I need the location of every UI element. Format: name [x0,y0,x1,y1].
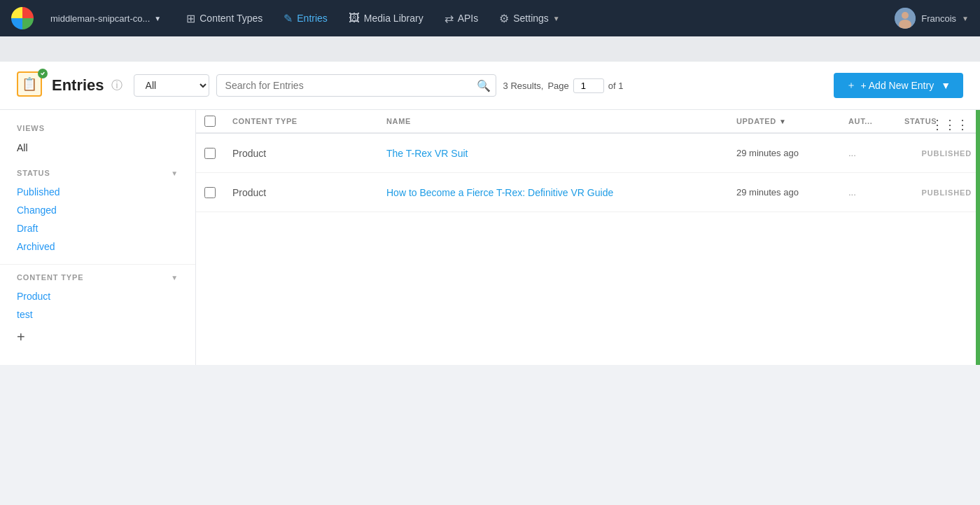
status-bar [976,110,980,365]
td-checkbox-2 [196,179,224,207]
nav-right: Francois ▼ [895,8,969,29]
th-name: NAME [378,117,728,125]
entries-icon-badge [38,69,48,78]
td-author-1: ... [840,139,896,167]
table-row: Product How to Become a Fierce T-Rex: De… [196,173,980,212]
settings-icon: ⚙ [499,12,509,25]
sidebar-item-test[interactable]: test [0,305,195,324]
sidebar-add-button[interactable]: + [0,324,195,351]
sidebar-item-published[interactable]: Published [0,183,195,201]
search-button[interactable]: 🔍 [477,79,491,92]
entries-page-icon: 📋 [17,71,45,99]
sidebar-item-changed[interactable]: Changed [0,201,195,219]
td-content-type-1: Product [224,139,378,167]
td-updated-1: 29 minutes ago [728,139,840,167]
project-selector[interactable]: middleman-snipcart-co... ▼ [50,13,161,24]
th-checkbox [196,116,224,127]
page-layout: VIEWS All STATUS ▼ Published Changed Dra… [0,110,980,365]
td-status-2: PUBLISHED [896,188,980,197]
sidebar-item-all[interactable]: All [0,138,195,158]
results-count: 3 Results, [503,81,544,91]
page-number-input[interactable] [573,78,604,93]
header-title-area: 📋 Entries ⓘ [17,71,122,99]
sidebar-item-draft[interactable]: Draft [0,219,195,237]
project-dropdown-chevron: ▼ [154,15,161,22]
svg-point-1 [902,12,909,19]
th-content-type: CONTENT TYPE [224,117,378,125]
nav-item-apis-label: APIs [458,13,479,24]
th-author: AUT... [840,117,896,125]
row-1-checkbox[interactable] [204,148,216,159]
status-collapse-icon[interactable]: ▼ [171,170,178,177]
content-type-collapse-icon[interactable]: ▼ [171,274,178,282]
status-filter-select[interactable]: All Published Changed Draft Archived [134,74,209,97]
sidebar-item-product[interactable]: Product [0,287,195,305]
search-wrapper: 🔍 [216,74,496,97]
page-header: 📋 Entries ⓘ All Published Changed Draft … [0,62,980,110]
row-2-checkbox[interactable] [204,187,216,198]
add-entry-label: + Add New Entry [860,80,934,91]
add-entry-icon: ＋ [846,79,856,92]
main-content: ⋮⋮⋮ CONTENT TYPE NAME UPDATED ▼ AUT... S… [196,110,980,365]
td-content-type-2: Product [224,179,378,207]
content-types-icon: ⊞ [186,12,195,25]
nav-items: ⊞ Content Types ✎ Entries 🖼 Media Librar… [178,8,878,29]
sub-bar [0,36,980,62]
column-settings-icon[interactable]: ⋮⋮⋮ [931,117,969,132]
user-dropdown-chevron-icon: ▼ [962,15,969,22]
page-label: Page [547,81,568,91]
nav-item-media-library[interactable]: 🖼 Media Library [340,8,432,29]
add-new-entry-button[interactable]: ＋ + Add New Entry ▼ [834,73,963,98]
help-icon[interactable]: ⓘ [111,78,122,93]
td-name-2[interactable]: How to Become a Fierce T-Rex: Definitive… [378,179,728,207]
results-info: 3 Results, Page of 1 [503,78,624,93]
content-type-section-label: CONTENT TYPE ▼ [0,273,195,287]
project-name: middleman-snipcart-co... [50,13,150,24]
sort-arrow-icon: ▼ [779,118,787,125]
top-navigation: middleman-snipcart-co... ▼ ⊞ Content Typ… [0,0,980,36]
add-entry-dropdown-icon: ▼ [941,80,951,91]
select-all-checkbox[interactable] [204,116,216,127]
page-title: Entries [52,76,104,95]
search-input[interactable] [216,74,496,97]
page-total: of 1 [608,81,624,91]
media-library-icon: 🖼 [349,12,360,25]
views-section-label: VIEWS [0,124,195,138]
td-name-1[interactable]: The T-Rex VR Suit [378,139,728,167]
td-checkbox-1 [196,139,224,167]
app-logo [11,7,34,29]
nav-item-content-types[interactable]: ⊞ Content Types [178,8,271,29]
td-status-1: PUBLISHED [896,149,980,158]
nav-item-content-types-label: Content Types [200,13,262,24]
nav-item-settings-label: Settings [513,13,549,24]
user-name: Francois [921,13,956,24]
status-section-label: STATUS ▼ [0,169,195,183]
table-row: Product The T-Rex VR Suit 29 minutes ago… [196,134,980,173]
sidebar: VIEWS All STATUS ▼ Published Changed Dra… [0,110,196,365]
avatar [895,8,916,29]
header-controls: All Published Changed Draft Archived 🔍 3… [134,74,823,97]
settings-chevron-icon: ▼ [553,15,560,22]
nav-item-apis[interactable]: ⇄ APIs [436,8,487,29]
td-updated-2: 29 minutes ago [728,179,840,206]
table-header: CONTENT TYPE NAME UPDATED ▼ AUT... STATU… [196,110,980,134]
nav-item-settings[interactable]: ⚙ Settings ▼ [491,8,568,29]
nav-item-entries-label: Entries [297,13,328,24]
entries-icon: ✎ [284,12,293,25]
th-updated[interactable]: UPDATED ▼ [728,117,840,125]
nav-item-entries[interactable]: ✎ Entries [275,8,336,29]
sidebar-divider [0,264,195,265]
sidebar-item-archived[interactable]: Archived [0,237,195,256]
apis-icon: ⇄ [444,12,454,25]
nav-item-media-library-label: Media Library [364,13,424,24]
td-author-2: ... [840,179,896,206]
user-menu[interactable]: Francois ▼ [895,8,969,29]
